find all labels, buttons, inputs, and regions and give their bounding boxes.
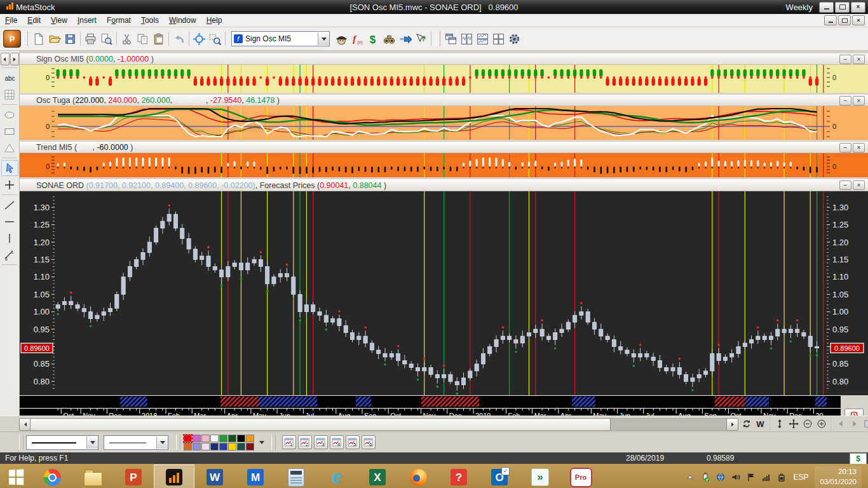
- menu-tools[interactable]: Tools: [136, 15, 164, 26]
- taskbar-word[interactable]: W: [194, 464, 235, 488]
- zoom-out-button[interactable]: [801, 417, 814, 431]
- print-preview-button[interactable]: [98, 31, 114, 47]
- panel-close-button[interactable]: ×: [853, 55, 865, 64]
- layout-6-button[interactable]: 6: [362, 435, 376, 449]
- move-button[interactable]: [787, 417, 800, 431]
- taskbar-firefox[interactable]: [398, 464, 438, 488]
- color-swatch[interactable]: [201, 435, 210, 442]
- undo-button[interactable]: [171, 31, 187, 47]
- osc-tuga-panel-header[interactable]: Osc Tuga (220.000, 240.000, 260.000, -62…: [20, 95, 868, 106]
- menu-help[interactable]: Help: [201, 15, 227, 26]
- menu-window[interactable]: Window: [164, 15, 201, 26]
- text-note-tool[interactable]: abc: [1, 70, 18, 86]
- system-tester-button[interactable]: $: [365, 31, 381, 47]
- scroll-right-button[interactable]: [726, 418, 738, 431]
- child-restore-button[interactable]: [838, 15, 851, 25]
- network-icon[interactable]: [715, 472, 726, 482]
- close-button[interactable]: ×: [851, 2, 865, 13]
- taskbar-maxthon[interactable]: M: [235, 464, 276, 488]
- context-help-button[interactable]: ?: [413, 31, 429, 47]
- taskbar-file-explorer[interactable]: [72, 464, 113, 488]
- copy-button[interactable]: [135, 31, 151, 47]
- scroll-right-button[interactable]: [10, 53, 19, 65]
- refresh-button[interactable]: [740, 417, 753, 431]
- menu-file[interactable]: File: [0, 15, 22, 26]
- signal-icon[interactable]: [761, 472, 771, 482]
- color-swatch[interactable]: [219, 435, 227, 442]
- color-swatch[interactable]: [228, 435, 236, 442]
- power-icon[interactable]: [776, 472, 787, 482]
- horizontal-line-tool[interactable]: [1, 214, 18, 229]
- taskbar-outlook[interactable]: O✓: [479, 464, 520, 488]
- dropdown-arrow-icon[interactable]: [318, 32, 329, 45]
- taskbar-calculator[interactable]: [276, 464, 316, 488]
- panel-close-button[interactable]: ×: [853, 96, 865, 105]
- minimize-button[interactable]: [819, 2, 834, 13]
- indicator-dropdown[interactable]: f Sign Osc MI5: [231, 31, 330, 46]
- taskbar-excel[interactable]: X: [357, 464, 398, 488]
- color-swatch[interactable]: [193, 443, 201, 451]
- layout-4-button[interactable]: 4: [330, 435, 344, 449]
- taskbar-clock[interactable]: 20:1303/01/2020: [815, 466, 862, 487]
- child-close-button[interactable]: ×: [852, 15, 865, 25]
- scroll-left-button[interactable]: [1, 53, 10, 65]
- taskbar-powerpoint[interactable]: P: [113, 464, 154, 488]
- layout-3-button[interactable]: 3: [314, 435, 328, 449]
- layout-2-button[interactable]: 2: [298, 435, 312, 449]
- program-button[interactable]: P: [3, 30, 21, 48]
- tile-grid-button[interactable]: [491, 31, 506, 47]
- prev-button[interactable]: [834, 417, 847, 431]
- usb-device-icon[interactable]: [700, 472, 710, 482]
- restore-button[interactable]: [835, 2, 850, 13]
- color-swatch[interactable]: [237, 435, 245, 442]
- indicator-builder-button[interactable]: f(x): [349, 31, 365, 47]
- color-swatch[interactable]: [184, 443, 192, 451]
- taskbar-ms-project[interactable]: »: [520, 464, 560, 488]
- zoom-in-button[interactable]: [815, 417, 828, 431]
- save-button[interactable]: [62, 31, 78, 47]
- taskbar-metastock[interactable]: [154, 464, 194, 488]
- price-chart[interactable]: 0.800.800.850.850.900.900.950.951.001.00…: [20, 191, 868, 395]
- taskbar-esignal-pro[interactable]: Pro: [560, 464, 601, 488]
- layout-5-button[interactable]: 5: [346, 435, 360, 449]
- crosshair-plus-tool[interactable]: [1, 177, 18, 193]
- hidden-icons-icon[interactable]: [685, 472, 695, 482]
- color-swatch[interactable]: [184, 435, 192, 442]
- menu-view[interactable]: View: [46, 15, 72, 26]
- triangle-tool[interactable]: [1, 140, 18, 156]
- cascade-windows-button[interactable]: [443, 31, 459, 47]
- layout-1-button[interactable]: 1: [282, 435, 296, 449]
- next-button[interactable]: [848, 417, 861, 431]
- color-swatch[interactable]: [246, 435, 254, 442]
- line-weight-dropdown[interactable]: [104, 435, 168, 450]
- color-swatch[interactable]: [219, 443, 227, 451]
- chart-options-button[interactable]: [506, 31, 522, 47]
- language-indicator[interactable]: ESP: [793, 473, 808, 482]
- color-swatch[interactable]: [210, 443, 219, 451]
- paste-button[interactable]: [151, 31, 166, 47]
- search-button[interactable]: [381, 31, 397, 47]
- rectangle-tool[interactable]: [1, 123, 18, 139]
- taskbar-chrome[interactable]: [32, 464, 72, 488]
- child-minimize-button[interactable]: [824, 15, 837, 25]
- start-button[interactable]: [0, 464, 32, 488]
- panel-minimize-button[interactable]: −: [839, 180, 851, 190]
- expert-advisor-button[interactable]: [397, 31, 413, 47]
- dropdown-arrow-icon[interactable]: [156, 437, 168, 449]
- sign-osc-panel-header[interactable]: Sign Osc MI5 (0.0000, -1.00000 ) −×: [20, 53, 868, 65]
- periodicity-button[interactable]: W: [754, 417, 767, 431]
- grid-tool[interactable]: [1, 86, 18, 102]
- sign-osc-chart[interactable]: 00: [20, 65, 868, 93]
- osc-tuga-chart[interactable]: 00: [20, 106, 868, 140]
- panel-close-button[interactable]: ×: [853, 180, 865, 190]
- print-button[interactable]: [83, 31, 98, 47]
- crosshair-button[interactable]: [191, 31, 207, 47]
- input-flag-icon[interactable]: [746, 472, 756, 482]
- menu-insert[interactable]: Insert: [72, 15, 102, 26]
- volume-icon[interactable]: [731, 472, 741, 482]
- semilog-trend-tool[interactable]: SL: [1, 247, 18, 262]
- menu-format[interactable]: Format: [102, 15, 136, 26]
- layout-menu-button[interactable]: [862, 417, 868, 431]
- taskbar-help-viewer[interactable]: ?: [438, 464, 479, 488]
- line-style-dropdown[interactable]: [26, 435, 98, 450]
